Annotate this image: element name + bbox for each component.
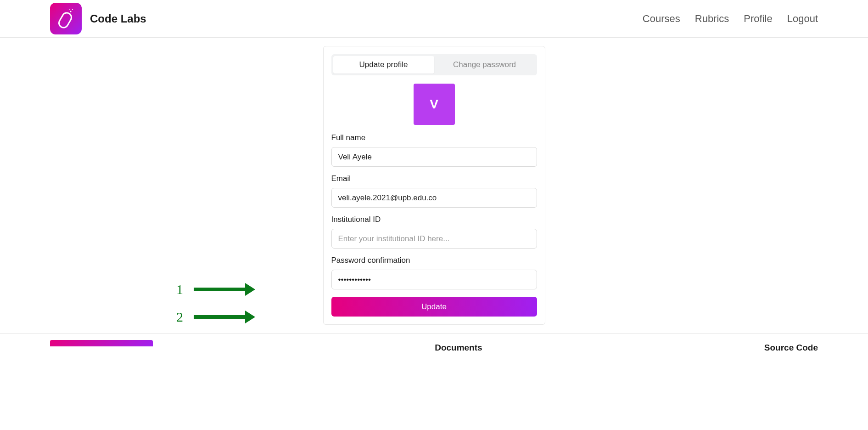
password-confirmation-label: Password confirmation <box>331 256 537 265</box>
password-confirmation-input[interactable] <box>331 270 537 289</box>
brand[interactable]: Code Labs <box>50 3 146 34</box>
update-button[interactable]: Update <box>331 297 537 317</box>
field-password-confirmation: Password confirmation <box>331 256 537 289</box>
footer: Documents Source Code <box>0 333 868 353</box>
tab-change-password[interactable]: Change password <box>434 56 535 74</box>
avatar-wrap: V <box>331 84 537 125</box>
email-label: Email <box>331 174 537 183</box>
profile-card: Update profile Change password V Full na… <box>323 46 545 325</box>
svg-point-1 <box>70 11 71 12</box>
brand-logo <box>50 3 82 34</box>
field-institutional-id: Institutional ID <box>331 215 537 249</box>
brand-name: Code Labs <box>90 12 146 25</box>
full-name-label: Full name <box>331 133 537 142</box>
nav-profile[interactable]: Profile <box>744 13 772 25</box>
nav-rubrics[interactable]: Rubrics <box>695 13 729 25</box>
institutional-id-label: Institutional ID <box>331 215 537 224</box>
footer-logo <box>50 340 153 346</box>
tab-update-profile[interactable]: Update profile <box>333 56 434 74</box>
svg-rect-0 <box>57 11 73 29</box>
nav-courses[interactable]: Courses <box>643 13 680 25</box>
avatar: V <box>414 84 455 125</box>
full-name-input[interactable] <box>331 147 537 167</box>
nav-logout[interactable]: Logout <box>787 13 818 25</box>
email-input[interactable] <box>331 188 537 208</box>
tab-container: Update profile Change password <box>331 54 537 75</box>
navbar: Code Labs Courses Rubrics Profile Logout <box>0 0 868 38</box>
svg-point-3 <box>69 8 70 9</box>
footer-documents-heading: Documents <box>435 343 482 353</box>
flask-icon <box>55 8 77 30</box>
field-full-name: Full name <box>331 133 537 167</box>
svg-point-2 <box>72 9 73 10</box>
footer-source-code-heading: Source Code <box>764 343 818 353</box>
nav-links: Courses Rubrics Profile Logout <box>643 13 818 25</box>
institutional-id-input[interactable] <box>331 229 537 249</box>
field-email: Email <box>331 174 537 208</box>
main-content: Update profile Change password V Full na… <box>0 38 868 325</box>
